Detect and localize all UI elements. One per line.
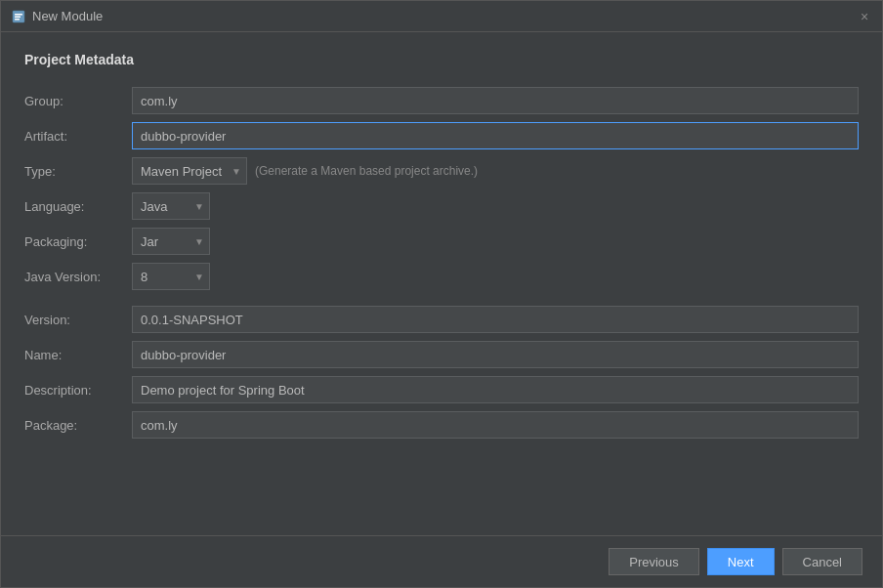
type-select[interactable]: Maven Project Gradle Project (132, 157, 247, 185)
group-label: Group: (24, 87, 132, 115)
close-button[interactable]: × (857, 9, 872, 24)
spacer (24, 294, 859, 302)
packaging-select[interactable]: Jar War (132, 228, 210, 255)
packaging-label: Packaging: (24, 228, 132, 256)
dialog-content: Project Metadata Group: Artifact: Type: … (1, 32, 882, 535)
type-field: Maven Project Gradle Project ▼ (Generate… (132, 153, 859, 189)
description-field (132, 372, 859, 407)
form-grid: Group: Artifact: Type: Maven Project Gra… (24, 83, 859, 442)
type-label: Type: (24, 157, 132, 186)
name-field (132, 337, 859, 372)
artifact-label: Artifact: (24, 122, 132, 150)
type-select-wrapper: Maven Project Gradle Project ▼ (132, 157, 247, 185)
package-input[interactable] (132, 411, 859, 439)
next-button[interactable]: Next (707, 548, 775, 575)
package-field (132, 407, 859, 442)
java-version-label: Java Version: (24, 263, 132, 291)
java-version-field: 8 11 17 ▼ (132, 259, 859, 294)
package-label: Package: (24, 411, 132, 440)
module-icon (11, 9, 26, 24)
artifact-input[interactable] (132, 122, 859, 149)
packaging-select-wrapper: Jar War ▼ (132, 228, 210, 255)
version-field (132, 302, 859, 337)
language-select[interactable]: Java Kotlin Groovy (132, 192, 210, 220)
java-version-select[interactable]: 8 11 17 (132, 263, 210, 290)
description-input[interactable] (132, 376, 859, 403)
language-select-wrapper: Java Kotlin Groovy ▼ (132, 192, 210, 220)
title-bar: New Module × (1, 1, 882, 32)
dialog-footer: Previous Next Cancel (1, 535, 882, 587)
type-row: Maven Project Gradle Project ▼ (Generate… (132, 157, 859, 185)
name-input[interactable] (132, 341, 859, 368)
previous-button[interactable]: Previous (609, 548, 699, 575)
name-label: Name: (24, 341, 132, 369)
java-version-select-wrapper: 8 11 17 ▼ (132, 263, 210, 290)
description-label: Description: (24, 376, 132, 404)
new-module-dialog: New Module × Project Metadata Group: Art… (0, 0, 883, 588)
cancel-button[interactable]: Cancel (782, 548, 862, 575)
svg-rect-2 (15, 16, 21, 18)
language-label: Language: (24, 192, 132, 221)
group-input[interactable] (132, 87, 859, 114)
svg-rect-1 (15, 14, 22, 16)
artifact-field (132, 118, 859, 153)
section-title: Project Metadata (24, 52, 859, 67)
type-hint: (Generate a Maven based project archive.… (255, 164, 478, 178)
group-field (132, 83, 859, 118)
language-field: Java Kotlin Groovy ▼ (132, 189, 859, 224)
version-label: Version: (24, 306, 132, 334)
svg-rect-3 (15, 19, 20, 21)
packaging-field: Jar War ▼ (132, 224, 859, 259)
dialog-title: New Module (32, 9, 103, 23)
title-bar-left: New Module (11, 9, 103, 24)
version-input[interactable] (132, 306, 859, 333)
